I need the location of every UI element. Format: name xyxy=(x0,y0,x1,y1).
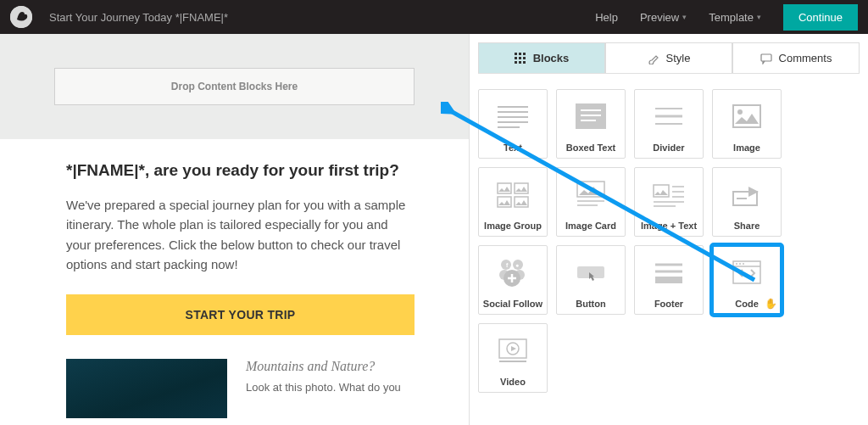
svg-text:●: ● xyxy=(515,262,519,268)
blocks-icon xyxy=(515,53,526,64)
preview-menu[interactable]: Preview▾ xyxy=(640,11,687,24)
footer-icon xyxy=(635,246,703,299)
svg-rect-4 xyxy=(515,57,517,59)
article-title[interactable]: Mountains and Nature? xyxy=(246,359,401,374)
boxed-text-icon xyxy=(557,90,625,143)
block-label: Image xyxy=(733,143,760,153)
svg-rect-2 xyxy=(519,53,521,55)
block-image-card[interactable]: Image Card xyxy=(556,167,626,237)
help-label: Help xyxy=(595,11,618,24)
svg-rect-23 xyxy=(733,105,760,127)
email-heading[interactable]: *|FNAME|*, are you ready for your first … xyxy=(66,161,415,180)
share-icon xyxy=(713,168,781,221)
svg-rect-3 xyxy=(523,53,526,55)
block-label: Image + Text xyxy=(641,221,697,231)
tab-blocks[interactable]: Blocks xyxy=(478,42,605,73)
tab-comments[interactable]: Comments xyxy=(732,42,860,73)
campaign-title: Start Your Journey Today *|FNAME|* xyxy=(49,11,228,24)
drop-zone[interactable]: Drop Content Blocks Here xyxy=(54,68,415,105)
tab-comments-label: Comments xyxy=(779,52,832,64)
image-group-icon xyxy=(479,168,547,221)
svg-point-57 xyxy=(743,263,744,265)
block-boxed-text[interactable]: Boxed Text xyxy=(556,89,626,159)
svg-rect-8 xyxy=(519,61,521,64)
svg-rect-5 xyxy=(519,57,521,59)
help-link[interactable]: Help xyxy=(595,11,618,24)
block-label: Image Card xyxy=(565,221,616,231)
svg-rect-26 xyxy=(515,183,528,193)
template-menu[interactable]: Template▾ xyxy=(709,11,761,24)
block-label: Video xyxy=(500,377,526,387)
divider-icon xyxy=(635,90,703,143)
chevron-down-icon: ▾ xyxy=(682,13,687,21)
svg-point-24 xyxy=(737,109,743,115)
block-image[interactable]: Image xyxy=(712,89,782,159)
svg-rect-1 xyxy=(515,53,517,55)
tab-style-label: Style xyxy=(666,52,691,64)
article-image[interactable] xyxy=(66,359,227,418)
article-excerpt[interactable]: Look at this photo. What do you xyxy=(246,381,401,394)
blocks-grid: Text Boxed Text Divider Image Image Grou… xyxy=(470,74,868,408)
mailchimp-logo xyxy=(10,6,32,28)
block-text[interactable]: Text xyxy=(478,89,548,159)
text-icon xyxy=(479,90,547,143)
block-divider[interactable]: Divider xyxy=(634,89,704,159)
template-label: Template xyxy=(709,11,754,24)
block-label: Code xyxy=(735,299,759,309)
block-label: Image Group xyxy=(484,221,542,231)
svg-rect-9 xyxy=(523,61,526,64)
svg-rect-52 xyxy=(655,277,682,283)
video-icon xyxy=(479,324,547,377)
block-code[interactable]: Code ✋ xyxy=(712,245,782,315)
block-label: Social Follow xyxy=(483,299,542,309)
sidebar: Blocks Style Comments Text Boxed Text xyxy=(469,34,868,425)
email-body[interactable]: We've prepared a special journey plan fo… xyxy=(66,195,415,274)
tab-blocks-label: Blocks xyxy=(533,52,570,64)
svg-rect-7 xyxy=(515,61,517,64)
svg-rect-25 xyxy=(498,183,511,193)
block-label: Footer xyxy=(654,299,683,309)
block-button[interactable]: Button xyxy=(556,245,626,315)
preview-label: Preview xyxy=(640,11,679,24)
svg-rect-10 xyxy=(761,54,771,61)
button-icon xyxy=(557,246,625,299)
brush-icon xyxy=(648,53,659,64)
block-label: Share xyxy=(734,221,760,231)
topbar: Start Your Journey Today *|FNAME|* Help … xyxy=(0,0,868,34)
block-label: Text xyxy=(504,143,522,153)
block-label: Button xyxy=(576,299,605,309)
grab-cursor-icon: ✋ xyxy=(765,298,776,310)
block-image-text[interactable]: Image + Text xyxy=(634,167,704,237)
svg-point-56 xyxy=(739,263,741,265)
block-footer[interactable]: Footer xyxy=(634,245,704,315)
image-icon xyxy=(713,90,781,143)
block-label: Divider xyxy=(653,143,684,153)
email-canvas: Drop Content Blocks Here *|FNAME|*, are … xyxy=(0,34,469,425)
social-follow-icon: f● xyxy=(479,246,547,299)
chevron-down-icon: ▾ xyxy=(757,13,761,21)
block-social-follow[interactable]: f● Social Follow xyxy=(478,245,548,315)
svg-rect-27 xyxy=(498,197,511,207)
svg-rect-53 xyxy=(733,261,760,283)
svg-rect-6 xyxy=(523,57,526,59)
code-icon xyxy=(713,246,781,299)
block-image-group[interactable]: Image Group xyxy=(478,167,548,237)
block-video[interactable]: Video xyxy=(478,323,548,393)
tab-style[interactable]: Style xyxy=(605,42,732,73)
continue-button[interactable]: Continue xyxy=(783,4,858,31)
block-label: Boxed Text xyxy=(566,143,615,153)
article-row[interactable]: Mountains and Nature? Look at this photo… xyxy=(66,359,415,418)
image-card-icon xyxy=(557,168,625,221)
block-share[interactable]: Share xyxy=(712,167,782,237)
comment-icon xyxy=(760,53,772,64)
svg-point-55 xyxy=(736,263,737,265)
sidebar-tabs: Blocks Style Comments xyxy=(478,42,860,74)
image-text-icon xyxy=(635,168,703,221)
cta-button[interactable]: START YOUR TRIP xyxy=(66,294,415,335)
svg-rect-28 xyxy=(515,197,528,207)
